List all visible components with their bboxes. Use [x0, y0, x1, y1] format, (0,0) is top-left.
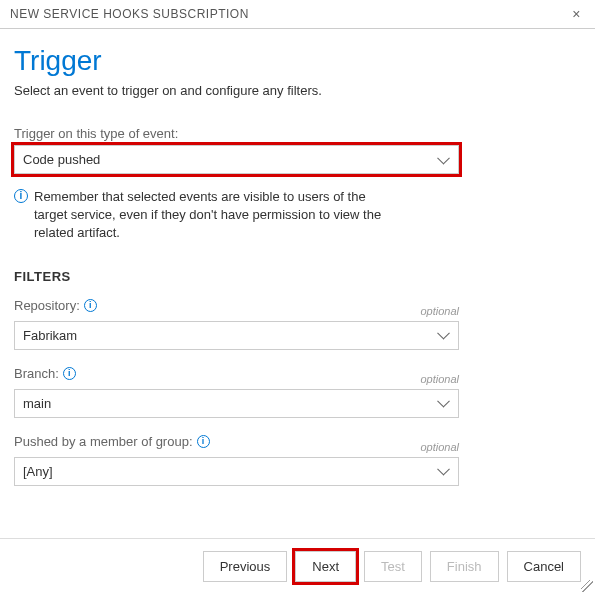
next-button[interactable]: Next: [295, 551, 356, 582]
event-type-select[interactable]: Code pushed: [14, 145, 459, 174]
info-icon[interactable]: i: [197, 435, 210, 448]
filters-heading: FILTERS: [14, 269, 581, 284]
repository-value: Fabrikam: [23, 328, 77, 343]
filter-repository: Repository: i optional Fabrikam: [14, 298, 459, 350]
page-title: Trigger: [14, 45, 581, 77]
dialog-title: NEW SERVICE HOOKS SUBSCRIPTION: [10, 7, 249, 21]
event-type-block: Trigger on this type of event: Code push…: [14, 126, 459, 243]
event-type-value: Code pushed: [23, 152, 100, 167]
group-value: [Any]: [23, 464, 53, 479]
branch-select[interactable]: main: [14, 389, 459, 418]
page-subtitle: Select an event to trigger on and config…: [14, 83, 581, 98]
filter-branch: Branch: i optional main: [14, 366, 459, 418]
test-button: Test: [364, 551, 422, 582]
resize-grip-icon[interactable]: [581, 580, 593, 592]
previous-button[interactable]: Previous: [203, 551, 288, 582]
event-info-row: i Remember that selected events are visi…: [14, 188, 459, 243]
group-label-row: Pushed by a member of group: i: [14, 434, 210, 449]
dialog-footer: Previous Next Test Finish Cancel: [0, 538, 595, 594]
cancel-button[interactable]: Cancel: [507, 551, 581, 582]
info-icon[interactable]: i: [84, 299, 97, 312]
group-label: Pushed by a member of group:: [14, 434, 193, 449]
event-info-text: Remember that selected events are visibl…: [34, 188, 399, 243]
repository-select[interactable]: Fabrikam: [14, 321, 459, 350]
branch-label: Branch:: [14, 366, 59, 381]
finish-button: Finish: [430, 551, 499, 582]
event-type-label: Trigger on this type of event:: [14, 126, 459, 141]
branch-label-row: Branch: i: [14, 366, 76, 381]
filter-group: Pushed by a member of group: i optional …: [14, 434, 459, 486]
optional-text: optional: [420, 373, 459, 385]
event-type-select-wrap: Code pushed: [14, 145, 459, 174]
optional-text: optional: [420, 441, 459, 453]
branch-value: main: [23, 396, 51, 411]
dialog-titlebar: NEW SERVICE HOOKS SUBSCRIPTION ×: [0, 0, 595, 29]
info-icon: i: [14, 189, 28, 203]
repository-label-row: Repository: i: [14, 298, 97, 313]
group-select[interactable]: [Any]: [14, 457, 459, 486]
info-icon[interactable]: i: [63, 367, 76, 380]
close-icon[interactable]: ×: [568, 6, 585, 22]
dialog-content: Trigger Select an event to trigger on an…: [0, 29, 595, 486]
repository-label: Repository:: [14, 298, 80, 313]
optional-text: optional: [420, 305, 459, 317]
